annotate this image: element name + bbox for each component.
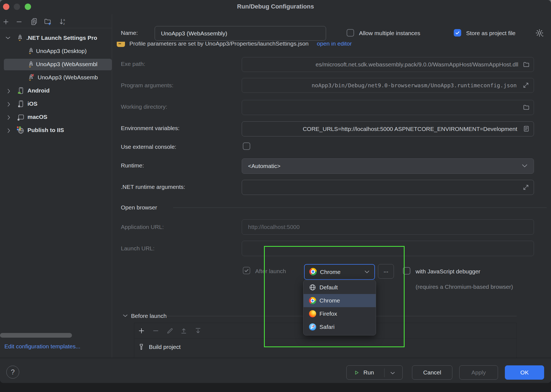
edit-task-button[interactable] bbox=[166, 327, 174, 335]
net-runtime-arguments-label: .NET runtime arguments: bbox=[121, 184, 185, 190]
publish-iis-globe-icon bbox=[16, 126, 25, 134]
svg-text:a: a bbox=[63, 18, 65, 21]
exe-path-input[interactable]: es/microsoft.net.sdk.webassembly.pack/9.… bbox=[242, 57, 534, 72]
popup-item-firefox[interactable]: Firefox bbox=[304, 307, 376, 320]
chevron-down-icon bbox=[522, 164, 528, 168]
popup-item-default[interactable]: Default bbox=[304, 281, 376, 294]
chevron-right-icon[interactable] bbox=[7, 128, 10, 133]
hammer-icon bbox=[138, 343, 145, 351]
sidebar-item-android[interactable]: Android bbox=[0, 85, 112, 97]
name-value: UnoApp3 (WebAssembly) bbox=[161, 30, 227, 37]
rocket-run-config-icon bbox=[27, 47, 35, 54]
warning-banner: Profile parameters are set by UnoApp3/Pr… bbox=[117, 42, 441, 50]
apply-label: Apply bbox=[471, 369, 486, 376]
tree-item-label: iOS bbox=[27, 100, 37, 107]
launch-url-input[interactable] bbox=[242, 241, 534, 256]
gear-icon[interactable] bbox=[535, 29, 544, 37]
chevron-right-icon[interactable] bbox=[7, 102, 10, 107]
tree-item-label: UnoApp3 (WebAssembl bbox=[36, 61, 98, 68]
environment-variables-value: CORE_URLS=http://localhost:5000 ASPNETCO… bbox=[303, 126, 517, 132]
help-label: ? bbox=[11, 368, 15, 376]
globe-icon bbox=[309, 284, 316, 291]
new-folder-button[interactable] bbox=[43, 18, 52, 26]
cancel-label: Cancel bbox=[423, 369, 441, 376]
move-task-up-button[interactable] bbox=[180, 327, 188, 335]
footer-divider bbox=[0, 358, 551, 358]
firefox-icon bbox=[309, 310, 316, 317]
folder-icon[interactable] bbox=[523, 61, 530, 68]
net-runtime-arguments-input[interactable] bbox=[242, 180, 534, 195]
popup-item-safari[interactable]: Safari bbox=[304, 320, 376, 334]
chevron-down-icon[interactable] bbox=[390, 371, 395, 375]
use-external-console-checkbox[interactable] bbox=[243, 142, 250, 150]
sort-configurations-button[interactable]: az bbox=[59, 18, 67, 26]
sidebar-item-publish-to-iis[interactable]: Publish to IIS bbox=[0, 124, 112, 136]
title-bar: Run/Debug Configurations bbox=[0, 0, 551, 14]
store-as-project-file-checkbox[interactable] bbox=[454, 29, 461, 37]
expand-icon[interactable] bbox=[522, 82, 529, 89]
application-url-input[interactable]: http://localhost:5000 bbox=[242, 219, 534, 235]
exe-path-label: Exe path: bbox=[121, 61, 145, 67]
chrome-icon bbox=[309, 268, 317, 275]
working-directory-input[interactable] bbox=[242, 100, 534, 115]
chevron-right-icon[interactable] bbox=[7, 89, 10, 94]
program-arguments-input[interactable]: noApp3/bin/Debug/net9.0-browserwasm/UnoA… bbox=[242, 78, 534, 93]
expand-icon[interactable] bbox=[522, 184, 529, 191]
cancel-button[interactable]: Cancel bbox=[412, 365, 452, 380]
open-in-editor-link[interactable]: open in editor bbox=[317, 42, 352, 47]
after-launch-checkbox[interactable] bbox=[243, 267, 250, 274]
program-arguments-label: Program arguments: bbox=[121, 82, 173, 89]
chevron-right-icon[interactable] bbox=[7, 115, 10, 120]
tree-item-label: UnoApp3 (Desktop) bbox=[36, 48, 87, 54]
folder-icon[interactable] bbox=[523, 104, 530, 111]
exe-path-value: es/microsoft.net.sdk.webassembly.pack/9.… bbox=[316, 61, 518, 68]
browse-browsers-button[interactable]: ... bbox=[378, 264, 394, 279]
working-directory-label: Working directory: bbox=[121, 103, 167, 110]
add-task-button[interactable] bbox=[138, 327, 145, 335]
sidebar-item-unoapp3-desktop[interactable]: UnoApp3 (Desktop) bbox=[0, 45, 112, 57]
tree-item-label: Android bbox=[27, 87, 49, 94]
edit-configuration-templates-link[interactable]: Edit configuration templates... bbox=[4, 343, 80, 350]
sidebar-item-macos[interactable]: macOS bbox=[0, 111, 112, 123]
apply-button[interactable]: Apply bbox=[459, 365, 498, 380]
use-external-console-label: Use external console: bbox=[121, 144, 176, 150]
open-browser-section-title: Open browser bbox=[121, 204, 157, 211]
help-button[interactable]: ? bbox=[6, 366, 19, 379]
warning-icon bbox=[117, 42, 125, 47]
run-split-button[interactable]: Run bbox=[346, 365, 403, 380]
js-debugger-checkbox[interactable] bbox=[403, 267, 410, 275]
remove-task-button[interactable] bbox=[152, 327, 160, 335]
tree-item-label: UnoApp3 (WebAssemb bbox=[38, 74, 98, 81]
popup-item-chrome[interactable]: Chrome bbox=[304, 294, 376, 307]
chevron-down-icon[interactable] bbox=[5, 36, 10, 40]
move-task-down-button[interactable] bbox=[194, 327, 202, 335]
warning-text: Profile parameters are set by UnoApp3/Pr… bbox=[129, 42, 309, 47]
remove-configuration-button[interactable] bbox=[15, 18, 23, 26]
copy-configuration-button[interactable] bbox=[30, 18, 38, 26]
build-project-label: Build project bbox=[149, 344, 181, 350]
environment-variables-input[interactable]: CORE_URLS=http://localhost:5000 ASPNETCO… bbox=[242, 121, 534, 136]
chevron-down-icon[interactable] bbox=[123, 314, 128, 317]
browser-select[interactable]: Chrome bbox=[304, 264, 375, 280]
build-project-task-row[interactable]: Build project bbox=[134, 338, 516, 358]
add-configuration-button[interactable] bbox=[2, 18, 10, 26]
allow-multiple-instances-checkbox[interactable] bbox=[347, 29, 354, 37]
sidebar-item-ios[interactable]: iOS bbox=[0, 98, 112, 110]
sidebar-horizontal-scrollbar[interactable] bbox=[0, 333, 72, 338]
application-url-label: Application URL: bbox=[121, 224, 164, 230]
sidebar-item-net-launch-settings[interactable]: .NET Launch Settings Pro bbox=[0, 32, 112, 44]
name-input[interactable]: UnoApp3 (WebAssembly) bbox=[155, 26, 326, 41]
run-label: Run bbox=[363, 369, 374, 376]
android-phone-icon bbox=[17, 87, 25, 94]
rocket-broken-config-icon bbox=[27, 74, 35, 81]
ok-button[interactable]: OK bbox=[505, 365, 544, 380]
runtime-select[interactable]: <Automatic> bbox=[242, 158, 534, 174]
ios-phone-icon bbox=[17, 100, 25, 108]
program-arguments-value: noApp3/bin/Debug/net9.0-browserwasm/UnoA… bbox=[311, 82, 517, 89]
play-icon bbox=[353, 369, 360, 376]
sidebar-item-unoapp3-webassembly-selected[interactable]: UnoApp3 (WebAssembl bbox=[0, 58, 112, 70]
list-icon[interactable] bbox=[523, 125, 530, 132]
after-launch-label: After launch bbox=[255, 268, 286, 275]
ellipsis-label: ... bbox=[383, 267, 388, 274]
sidebar-item-unoapp3-webassembly-broken[interactable]: UnoApp3 (WebAssemb bbox=[0, 71, 112, 83]
